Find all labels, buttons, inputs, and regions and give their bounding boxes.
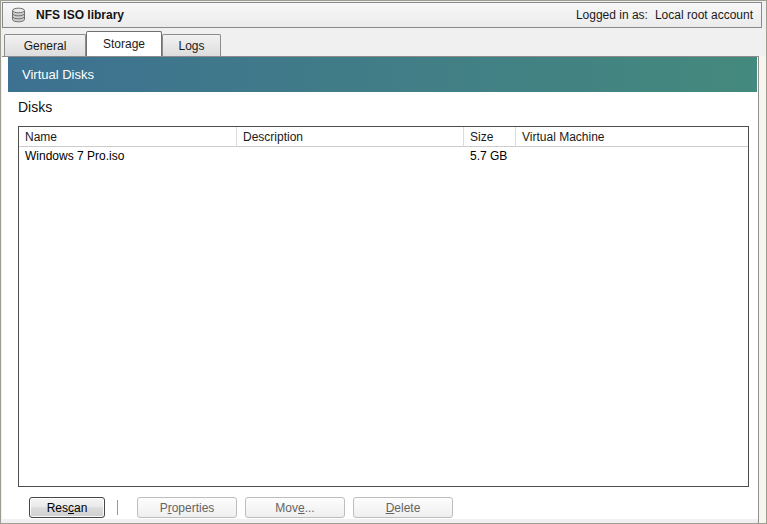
properties-label-post: operties [172,501,215,515]
logged-in-label: Logged in as: [576,8,648,22]
column-header-size[interactable]: Size [464,127,516,146]
rescan-label-pre: Res [47,501,68,515]
rescan-button[interactable]: Rescan [29,497,105,518]
properties-label-pre: P [160,501,168,515]
move-label-post: ... [305,501,315,515]
logged-in-status: Logged in as:Local root account [576,8,753,22]
page-title: NFS ISO library [36,8,124,22]
delete-label-key: D [386,501,395,515]
button-group-divider [117,500,118,515]
properties-button[interactable]: Properties [137,497,237,518]
table-row[interactable]: Windows 7 Pro.iso 5.7 GB [19,147,748,164]
move-label-key: e [298,501,305,515]
window-right-edge [758,56,766,523]
tab-storage[interactable]: Storage [86,31,162,56]
tab-general[interactable]: General [4,34,86,56]
tab-general-label: General [24,39,67,53]
delete-label-post: elete [394,501,420,515]
column-header-name[interactable]: Name [19,127,237,146]
disks-table: Name Description Size Virtual Machine Wi… [18,126,749,487]
cell-name: Windows 7 Pro.iso [19,149,237,163]
tab-logs-label: Logs [178,39,204,53]
disks-heading: Disks [18,99,52,115]
rescan-label-post: an [74,501,87,515]
table-header-row: Name Description Size Virtual Machine [19,127,748,147]
disk-stack-icon [10,7,27,23]
cell-size: 5.7 GB [464,149,516,163]
column-header-virtual-machine[interactable]: Virtual Machine [516,127,748,146]
column-header-description[interactable]: Description [237,127,464,146]
banner-title: Virtual Disks [22,67,94,82]
tab-logs[interactable]: Logs [162,34,221,56]
move-label-pre: Mov [275,501,298,515]
tab-storage-label: Storage [103,37,145,51]
move-button[interactable]: Move... [245,497,345,518]
logged-in-account: Local root account [655,8,753,22]
virtual-disks-banner: Virtual Disks [8,57,757,92]
delete-button[interactable]: Delete [353,497,453,518]
title-bar: NFS ISO library Logged in as:Local root … [2,2,762,28]
